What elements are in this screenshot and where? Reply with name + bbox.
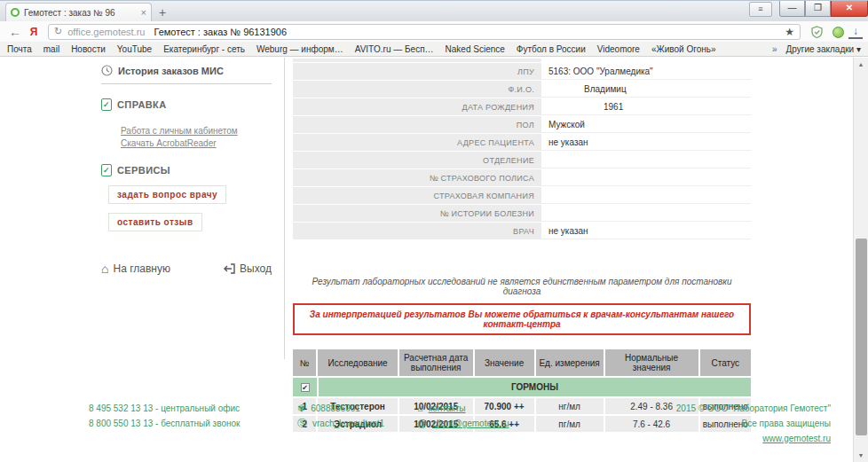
bookmark-item[interactable]: Почта bbox=[7, 44, 32, 54]
field-value: не указан bbox=[541, 223, 751, 239]
link-personal-cabinet[interactable]: Работа с личным кабинетом bbox=[121, 125, 272, 137]
reload-icon[interactable]: ↻ bbox=[54, 26, 62, 37]
scroll-down-icon[interactable]: ▼ bbox=[854, 449, 868, 462]
tab-list-button[interactable]: ≡ bbox=[749, 2, 772, 17]
group-row-hormones: ✔ ГОРМОНЫ bbox=[293, 378, 751, 396]
bookmark-item[interactable]: Новости bbox=[71, 44, 106, 54]
group-name: ГОРМОНЫ bbox=[319, 378, 751, 396]
bookmark-item[interactable]: Videomore bbox=[597, 44, 640, 54]
field-value: не указан bbox=[541, 134, 751, 151]
url-page-title: Гемотест : заказ № 96131906 bbox=[154, 27, 287, 37]
minimize-button[interactable]: — bbox=[779, 1, 805, 17]
ask-doctor-button[interactable]: задать вопрос врачу bbox=[108, 185, 226, 204]
exit-icon bbox=[224, 263, 235, 274]
yandex-icon[interactable]: Я bbox=[25, 26, 43, 38]
logout-link[interactable]: Выход bbox=[224, 262, 272, 276]
page-content: История заказов МИС ✓ СПРАВКА Работа с л… bbox=[0, 58, 853, 462]
order-details: ЛПУ 5163: ООО "Уралмедика" Ф.И.О. Владим… bbox=[293, 58, 751, 434]
leave-feedback-button[interactable]: оставить отзыв bbox=[108, 213, 202, 231]
url-host: office.gemotest.ru bbox=[67, 27, 145, 37]
field-label: ЛПУ bbox=[293, 63, 541, 80]
column-header: Исследование bbox=[318, 349, 397, 376]
bookmarks-overflow-chevron[interactable]: » bbox=[772, 44, 777, 54]
field-label: АДРЕС ПАЦИЕНТА bbox=[293, 134, 541, 151]
group-checkbox-cell: ✔ bbox=[293, 378, 317, 396]
group-checkbox[interactable]: ✔ bbox=[301, 383, 310, 392]
bookmark-item[interactable]: AVITO.ru — Бесп… bbox=[355, 44, 434, 54]
field-label: № ИСТОРИИ БОЛЕЗНИ bbox=[293, 205, 541, 222]
vertical-scrollbar[interactable]: ▲ ▼ bbox=[853, 58, 868, 462]
bookmark-item[interactable]: «Живой Огонь» bbox=[651, 44, 716, 54]
patient-field-row: ПОЛ Мужской bbox=[293, 116, 751, 133]
icq-icon: ✾ bbox=[297, 403, 305, 413]
field-value bbox=[541, 205, 751, 222]
bookmark-item[interactable]: Weburg — информ… bbox=[256, 44, 343, 54]
clipped-form-row bbox=[293, 59, 541, 62]
bookmark-item[interactable]: YouTube bbox=[117, 44, 152, 54]
link-download-acrobat[interactable]: Скачать AcrobatReader bbox=[121, 137, 272, 150]
new-tab-button[interactable]: + bbox=[152, 4, 173, 21]
rights-text: Все права защищены bbox=[676, 416, 831, 431]
clock-icon bbox=[101, 65, 113, 76]
field-label: ОТДЕЛЕНИЕ bbox=[293, 152, 541, 168]
bookmark-item[interactable]: mail bbox=[43, 44, 59, 54]
bookmark-item[interactable]: Екатеринбург - сеть bbox=[163, 44, 245, 54]
phone-free-call: 8 800 550 13 13 - бесплатный звонок bbox=[89, 416, 297, 431]
tab-strip: Гемотест : заказ № 96 × + ≡ — ❐ ✕ bbox=[0, 0, 868, 21]
column-header: № bbox=[293, 349, 316, 376]
browser-toolbar: ← Я ↻ office.gemotest.ru Гемотест : зака… bbox=[0, 21, 868, 42]
exit-label: Выход bbox=[240, 262, 272, 275]
page-footer: 8 495 532 13 13 - центральный офис 8 800… bbox=[89, 401, 831, 446]
home-icon: ⌂ bbox=[417, 403, 423, 413]
bookmark-item[interactable]: Футбол в России bbox=[517, 44, 586, 54]
browser-tab[interactable]: Гемотест : заказ № 96 × bbox=[5, 3, 152, 21]
bookmark-star-icon[interactable]: ★ bbox=[785, 26, 794, 38]
email-icon: @ bbox=[417, 418, 427, 428]
bookmarks-bar: Почта mail Новости YouTube Екатеринбург … bbox=[0, 42, 868, 57]
home-label: На главную bbox=[113, 262, 170, 275]
site-link[interactable]: www.gemotest.ru bbox=[762, 434, 831, 443]
scrollbar-thumb[interactable] bbox=[856, 239, 867, 435]
close-tab-icon[interactable]: × bbox=[141, 7, 146, 18]
email-link[interactable]: client@gemotest.ru bbox=[432, 419, 509, 428]
sidebar-item-order-history[interactable]: История заказов МИС bbox=[101, 65, 272, 84]
field-value bbox=[541, 152, 751, 168]
field-label: № СТРАХОВОГО ПОЛИСА bbox=[293, 169, 541, 186]
field-value: Владимиц bbox=[541, 81, 751, 98]
site-favicon-icon bbox=[11, 8, 20, 17]
back-icon[interactable]: ← bbox=[5, 25, 25, 39]
patient-field-row: ЛПУ 5163: ООО "Уралмедика" bbox=[293, 63, 751, 80]
skype-login: vrach_konsultant1 bbox=[312, 419, 384, 428]
field-value: 1961 bbox=[541, 98, 751, 115]
field-value: 5163: ООО "Уралмедика" bbox=[541, 63, 751, 80]
field-label: ДАТА РОЖДЕНИЯ bbox=[293, 98, 541, 115]
column-header: Ед. измерения bbox=[536, 349, 604, 376]
shield-icon[interactable] bbox=[806, 25, 827, 38]
bookmark-item[interactable]: Naked Science bbox=[446, 44, 505, 54]
column-header: Нормальные значения bbox=[605, 349, 698, 376]
help-heading-label: СПРАВКА bbox=[117, 99, 167, 110]
results-header-row: № Исследование Расчетная дата выполнения… bbox=[293, 349, 751, 376]
download-icon[interactable]: ↓ bbox=[848, 25, 863, 39]
close-button[interactable]: ✕ bbox=[831, 1, 868, 17]
copyright-text: 2015 © ООО "Лаборатория Гемотест" bbox=[676, 401, 831, 416]
icq-number: 6088836901 bbox=[311, 403, 360, 413]
patient-field-row: ВРАЧ не указан bbox=[293, 223, 751, 239]
patient-field-row: ОТДЕЛЕНИЕ bbox=[293, 152, 751, 168]
patient-field-row: ДАТА РОЖДЕНИЯ 1961 bbox=[293, 98, 751, 115]
maximize-button[interactable]: ❐ bbox=[805, 1, 831, 17]
home-link[interactable]: ⌂ На главную bbox=[101, 262, 170, 276]
address-bar[interactable]: ↻ office.gemotest.ru Гемотест : заказ № … bbox=[48, 24, 801, 40]
sidebar: История заказов МИС ✓ СПРАВКА Работа с л… bbox=[89, 58, 285, 359]
clipboard-icon: ✓ bbox=[101, 164, 112, 176]
field-label: ВРАЧ bbox=[293, 223, 541, 239]
scroll-up-icon[interactable]: ▲ bbox=[854, 58, 868, 71]
other-bookmarks-button[interactable]: Другие закладки ▾ bbox=[786, 44, 861, 54]
sidebar-heading-services: ✓ СЕРВИСЫ bbox=[101, 164, 272, 176]
field-label: СТРАХОВАЯ КОМПАНИЯ bbox=[293, 187, 541, 204]
contacts-link[interactable]: контакты bbox=[429, 403, 466, 413]
tab-title: Гемотест : заказ № 96 bbox=[24, 8, 138, 18]
disclaimer-text: Результат лабораторных исследований не я… bbox=[293, 277, 751, 296]
extension-icon[interactable] bbox=[827, 25, 848, 37]
field-value: Мужской bbox=[541, 116, 751, 133]
